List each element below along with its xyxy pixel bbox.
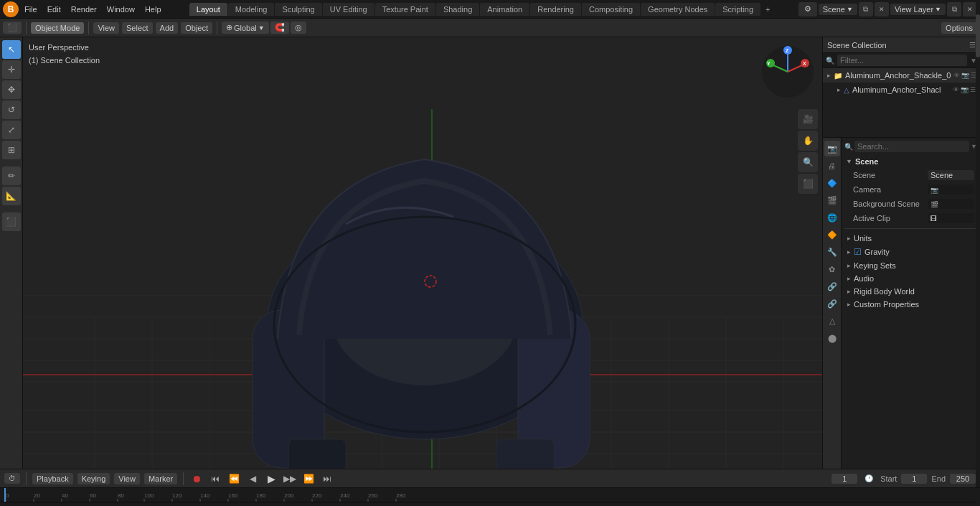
outliner-search-input[interactable] [837,55,967,66]
engine-icon[interactable]: ⚙ [798,2,817,17]
scene-delete-icon[interactable]: ✕ [875,2,889,17]
props-icon-modifier[interactable]: 🔧 [824,244,840,260]
props-search-input[interactable] [854,141,969,152]
timeline-editor-type[interactable]: ⏱ [4,473,20,484]
props-icon-physics[interactable]: 🔗 [824,278,840,294]
tool-measure[interactable]: 📐 [2,187,21,205]
select-menu[interactable]: Select [122,22,153,34]
ws-scripting[interactable]: Scripting [715,3,760,16]
zoom-btn[interactable]: 🔍 [798,152,818,172]
props-keying-sets-item[interactable]: ▸ Keying Sets [844,259,977,272]
record-btn[interactable]: ⏺ [189,472,204,486]
props-icon-material[interactable]: ⬤ [824,330,840,346]
ws-animation[interactable]: Animation [480,3,529,16]
ws-uv-editing[interactable]: UV Editing [323,3,374,16]
jump-end-btn[interactable]: ⏭ [320,472,334,486]
props-icon-constraints[interactable]: 🔗 [824,296,840,311]
scene-selector[interactable]: Scene ▼ [819,4,857,15]
object-menu[interactable]: Object [181,22,212,34]
props-icon-render[interactable]: 📷 [824,141,840,156]
menu-window[interactable]: Window [103,4,139,15]
tool-select[interactable]: ↖ [2,40,21,59]
props-units-item[interactable]: ▸ Units [844,232,977,245]
tool-move[interactable]: ✥ [2,80,21,99]
timeline-keying-menu[interactable]: Keying [77,473,110,484]
outliner-visibility-icon-1[interactable]: 👁 [953,86,959,93]
props-rigid-body-item[interactable]: ▸ Rigid Body World [844,285,977,298]
outliner-select-icon-1[interactable]: ☰ [970,86,976,93]
outliner-visibility-icon-0[interactable]: 👁 [953,72,960,79]
menu-help[interactable]: Help [141,4,166,15]
mode-selector[interactable]: Object Mode [31,22,84,34]
menu-file[interactable]: File [20,4,42,15]
outliner-render-icon-1[interactable]: 📷 [961,86,969,93]
timeline-view-menu[interactable]: View [114,473,140,484]
props-icon-object[interactable]: 🔶 [824,227,840,243]
view-layer-copy-icon[interactable]: ⧉ [947,2,961,17]
gravity-checkbox[interactable]: ☑ [854,247,862,257]
hand-tool-btn[interactable]: ✋ [798,131,818,151]
props-icon-output[interactable]: 🖨 [824,158,840,174]
end-frame-input[interactable]: 250 [950,474,976,484]
props-active-clip-value[interactable]: 🎞 [928,213,974,223]
add-workspace-button[interactable]: + [761,3,774,16]
viewport[interactable]: User Perspective (1) Scene Collection Z … [23,37,822,469]
add-menu[interactable]: Add [156,22,179,34]
view-layer-selector[interactable]: View Layer ▼ [890,4,946,15]
props-icon-data[interactable]: △ [824,313,840,329]
props-icon-particles[interactable]: ✿ [824,261,840,277]
outliner-item-collection[interactable]: ▸ 📁 Aluminum_Anchor_Shackle_0 👁 📷 ☰ [823,68,980,83]
prev-keyframe-btn[interactable]: ⏪ [227,472,241,486]
props-gravity-item[interactable]: ▸ ☑ Gravity [844,245,977,259]
props-bg-scene-value[interactable]: 🎬 [928,199,974,209]
ws-sculpting[interactable]: Sculpting [275,3,321,16]
next-frame-btn[interactable]: ▶▶ [283,472,297,486]
timeline-ruler[interactable]: 0 20 40 60 80 100 120 140 160 180 200 22… [0,487,980,502]
ws-modeling[interactable]: Modeling [228,3,275,16]
current-frame-input[interactable]: 1 [831,474,857,484]
timeline-playback-menu[interactable]: Playback [32,473,73,484]
proportional-edit-btn[interactable]: ◎ [291,22,306,34]
options-btn[interactable]: Options [941,22,977,34]
next-keyframe-btn[interactable]: ⏩ [301,472,316,486]
props-audio-item[interactable]: ▸ Audio [844,272,977,285]
play-btn[interactable]: ▶ [264,472,278,486]
ws-layout[interactable]: Layout [189,3,227,16]
tool-scale[interactable]: ⤢ [2,121,21,139]
tool-cursor[interactable]: ✛ [2,60,21,79]
navigation-gizmo[interactable]: Z X Y [759,43,816,100]
transform-orientations-btn[interactable]: ⊕ Global ▼ [222,22,269,34]
render-preview-btn[interactable]: ⬛ [798,174,818,194]
editor-type-btn[interactable]: ⬛ [3,22,22,34]
camera-view-btn[interactable]: 🎥 [798,109,818,129]
props-icon-scene[interactable]: 🎬 [824,192,840,208]
props-scene-header[interactable]: ▼ Scene [844,155,977,168]
timeline-marker-menu[interactable]: Marker [144,473,177,484]
tool-add-cube[interactable]: ⬛ [2,212,21,231]
view-menu[interactable]: View [93,22,119,34]
ws-geometry-nodes[interactable]: Geometry Nodes [641,3,715,16]
sep3 [217,22,217,34]
ws-rendering[interactable]: Rendering [530,3,581,16]
outliner-item-mesh[interactable]: ▸ △ Aluminum_Anchor_Shacl 👁 📷 ☰ [823,83,980,97]
start-frame-input[interactable]: 1 [901,474,927,484]
tool-rotate[interactable]: ↺ [2,100,21,119]
tool-transform[interactable]: ⊞ [2,141,21,159]
props-icon-view-layer[interactable]: 🔷 [824,175,840,191]
outliner-render-icon-0[interactable]: 📷 [961,72,969,79]
ws-compositing[interactable]: Compositing [582,3,640,16]
scene-copy-icon[interactable]: ⧉ [859,2,873,17]
ws-texture-paint[interactable]: Texture Paint [375,3,435,16]
menu-render[interactable]: Render [67,4,101,15]
props-camera-value[interactable]: 📷 [928,184,974,195]
ws-shading[interactable]: Shading [436,3,479,16]
props-scene-name-value[interactable]: Scene [928,170,974,180]
snap-btn[interactable]: 🧲 [270,22,289,34]
tool-annotate[interactable]: ✏ [2,167,21,185]
props-icon-world[interactable]: 🌐 [824,210,840,225]
props-custom-props-item[interactable]: ▸ Custom Properties [844,298,977,311]
jump-start-btn[interactable]: ⏮ [208,472,222,486]
prev-frame-btn[interactable]: ◀ [245,472,260,486]
outliner-filter-icon[interactable]: ☰ [969,41,976,49]
menu-edit[interactable]: Edit [43,4,65,15]
